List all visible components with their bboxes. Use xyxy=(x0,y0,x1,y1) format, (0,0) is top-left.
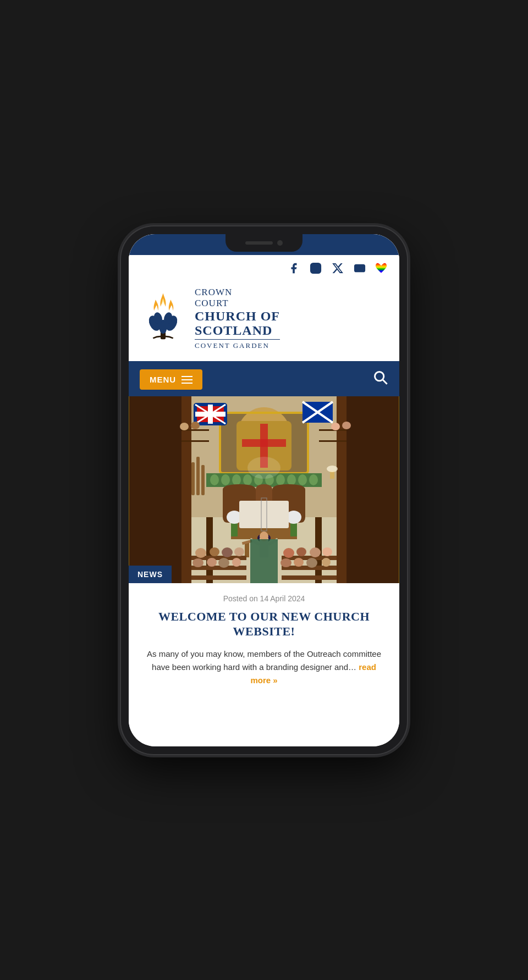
camera xyxy=(277,240,283,246)
logo-church-scotland: CHURCH OF SCOTLAND xyxy=(195,309,280,338)
svg-rect-98 xyxy=(201,465,205,495)
content-area: Posted on 14 April 2024 WELCOME TO OUR N… xyxy=(129,583,399,698)
svg-rect-35 xyxy=(195,412,226,417)
svg-point-46 xyxy=(276,474,285,485)
svg-rect-97 xyxy=(196,457,200,495)
svg-point-76 xyxy=(207,558,217,567)
svg-point-90 xyxy=(180,423,189,430)
svg-point-78 xyxy=(232,558,241,567)
hero-image-container: NEWS xyxy=(129,396,399,583)
svg-point-43 xyxy=(243,474,252,485)
svg-rect-102 xyxy=(239,501,289,528)
church-interior-image: NEWS xyxy=(129,396,399,583)
nav-bar: MENU xyxy=(129,363,399,396)
svg-point-84 xyxy=(294,558,304,567)
svg-point-79 xyxy=(283,548,294,558)
svg-point-99 xyxy=(248,457,280,479)
menu-label: MENU xyxy=(150,375,176,384)
svg-point-74 xyxy=(234,547,244,556)
svg-point-83 xyxy=(280,558,292,567)
svg-point-77 xyxy=(218,558,229,568)
svg-point-82 xyxy=(322,547,332,556)
facebook-icon[interactable] xyxy=(286,261,301,276)
menu-button[interactable]: MENU xyxy=(140,369,202,390)
svg-rect-87 xyxy=(250,539,278,583)
logo-covent-garden: COVENT GARDEN xyxy=(195,339,280,350)
svg-point-85 xyxy=(306,558,317,568)
pride-heart-icon[interactable] xyxy=(374,261,388,275)
church-logo xyxy=(140,291,186,346)
screen: CROWN COURT CHURCH OF SCOTLAND COVENT GA… xyxy=(129,234,399,746)
svg-line-12 xyxy=(383,380,387,384)
svg-rect-70 xyxy=(282,575,337,580)
svg-rect-89 xyxy=(182,440,209,442)
svg-point-86 xyxy=(322,558,331,567)
svg-point-95 xyxy=(342,422,351,429)
svg-rect-16 xyxy=(344,396,399,583)
svg-rect-96 xyxy=(191,462,195,495)
post-excerpt: As many of you may know, members of the … xyxy=(145,647,383,687)
svg-point-71 xyxy=(195,548,206,558)
svg-point-75 xyxy=(193,558,204,567)
svg-point-40 xyxy=(210,474,219,485)
notch xyxy=(226,234,302,252)
svg-point-94 xyxy=(331,423,340,430)
youtube-icon[interactable] xyxy=(352,261,367,276)
svg-point-49 xyxy=(309,474,318,485)
post-title: WELCOME TO OUR NEW CHURCH WEBSITE! xyxy=(145,610,383,639)
svg-point-2 xyxy=(318,264,320,266)
svg-rect-15 xyxy=(129,396,184,583)
svg-point-48 xyxy=(298,474,307,485)
svg-rect-28 xyxy=(242,439,286,447)
svg-point-80 xyxy=(296,547,306,556)
social-bar xyxy=(129,255,399,281)
svg-point-101 xyxy=(327,466,338,472)
hamburger-icon xyxy=(182,376,193,384)
svg-point-73 xyxy=(222,547,233,557)
logo-section: CROWN COURT CHURCH OF SCOTLAND COVENT GA… xyxy=(129,281,399,363)
svg-point-42 xyxy=(232,474,241,485)
screen-content: CROWN COURT CHURCH OF SCOTLAND COVENT GA… xyxy=(129,234,399,746)
logo-text: CROWN COURT CHURCH OF SCOTLAND COVENT GA… xyxy=(195,287,280,351)
svg-rect-93 xyxy=(319,440,346,442)
svg-rect-67 xyxy=(191,575,246,580)
svg-rect-63 xyxy=(245,542,249,557)
svg-point-47 xyxy=(287,474,296,485)
phone-frame: CROWN COURT CHURCH OF SCOTLAND COVENT GA… xyxy=(121,226,407,754)
instagram-icon[interactable] xyxy=(308,261,323,276)
search-button[interactable] xyxy=(373,370,388,389)
svg-point-81 xyxy=(310,547,321,557)
twitter-x-icon[interactable] xyxy=(330,261,345,276)
svg-point-11 xyxy=(375,372,384,381)
post-date: Posted on 14 April 2024 xyxy=(145,594,383,603)
logo-crown-court: CROWN COURT xyxy=(195,287,280,309)
svg-point-1 xyxy=(314,266,317,270)
svg-point-91 xyxy=(191,422,200,429)
svg-point-72 xyxy=(210,547,219,556)
svg-point-41 xyxy=(221,474,230,485)
news-badge: NEWS xyxy=(129,566,172,583)
speaker xyxy=(245,241,273,245)
